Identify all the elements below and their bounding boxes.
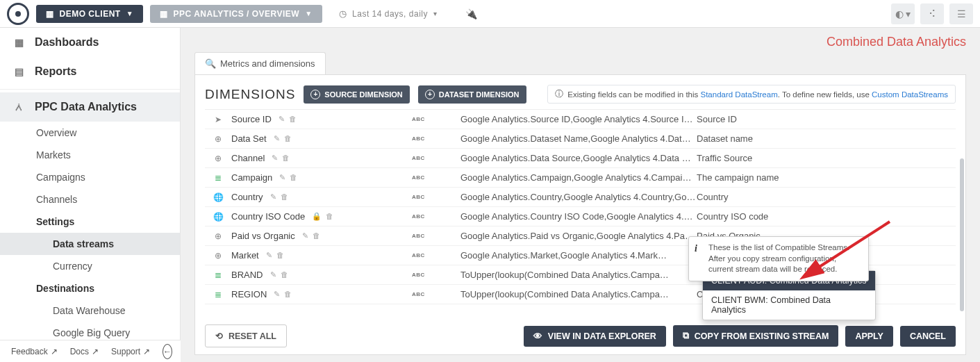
delete-icon[interactable]: 🗑	[281, 192, 288, 201]
menu-button[interactable]: ☰	[949, 3, 973, 24]
plus-icon: +	[310, 90, 320, 99]
sidebar-item-channels[interactable]: Channels	[0, 188, 180, 211]
sidebar-item-overview[interactable]: Overview	[0, 122, 180, 144]
edit-icon[interactable]: ✎	[270, 192, 276, 201]
row-name: Campaign	[231, 172, 272, 183]
edit-icon[interactable]: ✎	[279, 115, 285, 124]
row-type-tag: ABC	[412, 155, 460, 161]
row-desc: Google Analytics.Country ISO Code,Google…	[460, 211, 697, 222]
row-type-icon: 🌐	[205, 212, 231, 222]
delete-icon[interactable]: 🗑	[282, 154, 290, 163]
row-note: Country ISO code	[697, 211, 863, 222]
edit-icon[interactable]: ✎	[274, 290, 280, 299]
sidebar-item-campaigns[interactable]: Campaigns	[0, 166, 180, 188]
edit-icon[interactable]: ✎	[272, 154, 278, 163]
sidebar-item-reports[interactable]: ▤Reports	[0, 57, 180, 86]
edit-icon[interactable]: ✎	[279, 173, 285, 182]
plug-icon-button[interactable]: 🔌	[459, 3, 483, 24]
cancel-button[interactable]: CANCEL	[900, 326, 956, 347]
dimension-row[interactable]: ⊕Channel✎ 🗑ABCGoogle Analytics.Data Sour…	[205, 149, 956, 168]
row-type-icon: 🌐	[205, 192, 231, 202]
row-type-icon: ➤	[205, 115, 231, 124]
row-name: Channel	[231, 153, 265, 163]
delete-icon[interactable]: 🗑	[284, 290, 292, 299]
tab-metrics-dimensions[interactable]: 🔍 Metrics and dimensions	[194, 52, 326, 74]
info-icon: i	[695, 242, 697, 256]
collapse-sidebar-button[interactable]: ←	[163, 344, 172, 359]
apply-button[interactable]: APPLY	[845, 326, 893, 347]
dimension-row[interactable]: 🌐Country ISO Code🔒 🗑ABCGoogle Analytics.…	[205, 207, 956, 227]
delete-icon[interactable]: 🗑	[289, 115, 297, 124]
sidebar: ▦Dashboards ▤Reports ⩑PPC Data Analytics…	[0, 28, 181, 340]
row-type-tag: ABC	[412, 233, 460, 239]
dimension-row[interactable]: ⊕Data Set✎ 🗑ABCGoogle Analytics.Dataset …	[205, 129, 956, 149]
popover-option-bwm[interactable]: CLIENT BWM: Combined Data Analytics	[703, 290, 875, 320]
delete-icon[interactable]: 🗑	[313, 231, 320, 240]
standard-stream-link[interactable]: Standard DataStream	[701, 90, 778, 99]
row-type-icon: ≣	[205, 290, 231, 299]
row-desc: ToUpper(lookup(Combined Data Analytics.C…	[460, 270, 697, 280]
dimensions-title: DIMENSIONS	[205, 87, 295, 102]
dimensions-header: DIMENSIONS +SOURCE DIMENSION +DATASET DI…	[205, 85, 956, 104]
row-desc: Google Analytics.Market,Google Analytics…	[460, 250, 697, 261]
lock-icon: 🔒	[312, 212, 322, 221]
delete-icon[interactable]: 🗑	[276, 251, 284, 260]
chevron-down-icon: ▾	[433, 10, 438, 17]
grid-icon: ▦	[46, 9, 54, 19]
edit-icon[interactable]: ✎	[266, 251, 272, 260]
delete-icon[interactable]: 🗑	[281, 270, 288, 279]
row-desc: Google Analytics.Source ID,Google Analyt…	[460, 114, 697, 124]
external-icon: ↗	[51, 347, 58, 356]
edit-icon[interactable]: ✎	[274, 134, 280, 143]
source-dimension-button[interactable]: +SOURCE DIMENSION	[304, 85, 409, 104]
sidebar-item-data-streams[interactable]: Data streams	[0, 233, 180, 255]
analytics-icon: ⩑	[13, 101, 25, 113]
delete-icon[interactable]: 🗑	[284, 134, 292, 143]
delete-icon[interactable]: 🗑	[326, 212, 333, 221]
row-name: Paid vs Organic	[231, 231, 295, 241]
copy-from-stream-button[interactable]: ⧉COPY FROM EXISTING STREAM	[673, 325, 839, 347]
sidebar-item-markets[interactable]: Markets	[0, 144, 180, 166]
dimension-row[interactable]: ➤Source ID✎ 🗑ABCGoogle Analytics.Source …	[205, 110, 956, 129]
row-type-icon: ≣	[205, 270, 231, 280]
row-name-cell: REGION✎ 🗑	[231, 289, 412, 299]
edit-icon[interactable]: ✎	[302, 231, 308, 240]
reset-all-button[interactable]: ⟲RESET ALL	[205, 324, 287, 347]
dashboard-selector[interactable]: ▦ PPC ANALYTICS / OVERVIEW ▼	[150, 5, 322, 23]
sidebar-item-destinations[interactable]: Destinations	[0, 277, 180, 299]
support-link[interactable]: Support↗	[111, 347, 150, 356]
edit-icon[interactable]: ✎	[270, 270, 276, 279]
view-in-explorer-button[interactable]: 👁VIEW IN DATA EXPLORER	[524, 326, 666, 347]
sidebar-item-currency[interactable]: Currency	[0, 255, 180, 277]
date-range-label: Last 14 days, daily	[352, 9, 428, 19]
sidebar-item-bigquery[interactable]: Google Big Query	[0, 322, 180, 340]
row-type-icon: ⊕	[205, 251, 231, 261]
theme-button[interactable]: ◐ ▾	[891, 3, 915, 24]
client-selector[interactable]: ▦ DEMO CLIENT ▼	[36, 5, 143, 23]
date-range-selector[interactable]: ◷ Last 14 days, daily ▾	[329, 4, 447, 23]
info-icon: ⓘ	[555, 89, 563, 99]
delete-icon[interactable]: 🗑	[290, 173, 297, 182]
custom-streams-link[interactable]: Custom DataStreams	[872, 90, 948, 99]
sidebar-item-ppc-analytics[interactable]: ⩑PPC Data Analytics	[0, 92, 180, 122]
docs-link[interactable]: Docs↗	[70, 347, 99, 356]
row-type-tag: ABC	[412, 135, 460, 142]
sidebar-item-data-warehouse[interactable]: Data Warehouse	[0, 299, 180, 322]
sidebar-item-settings[interactable]: Settings	[0, 211, 180, 233]
row-name: Data Set	[231, 133, 267, 144]
dataset-dimension-button[interactable]: +DATASET DIMENSION	[418, 85, 526, 104]
row-note: The campaign name	[697, 172, 863, 183]
row-type-tag: ABC	[412, 272, 460, 278]
feedback-link[interactable]: Feedback↗	[11, 347, 58, 356]
scrollbar[interactable]	[960, 158, 964, 311]
row-type-icon: ⊕	[205, 231, 231, 241]
sidebar-item-dashboards[interactable]: ▦Dashboards	[0, 28, 180, 57]
row-desc: Google Analytics.Data Source,Google Anal…	[460, 153, 697, 163]
external-icon: ↗	[92, 347, 99, 356]
share-button[interactable]: ⠪	[920, 3, 944, 24]
row-type-icon: ⊕	[205, 134, 231, 144]
dimension-row[interactable]: ≣Campaign✎ 🗑ABCGoogle Analytics.Campaign…	[205, 168, 956, 188]
row-name-cell: BRAND✎ 🗑	[231, 270, 412, 280]
dimension-row[interactable]: 🌐Country✎ 🗑ABCGoogle Analytics.Country,G…	[205, 188, 956, 207]
row-note: Traffic Source	[697, 153, 863, 163]
